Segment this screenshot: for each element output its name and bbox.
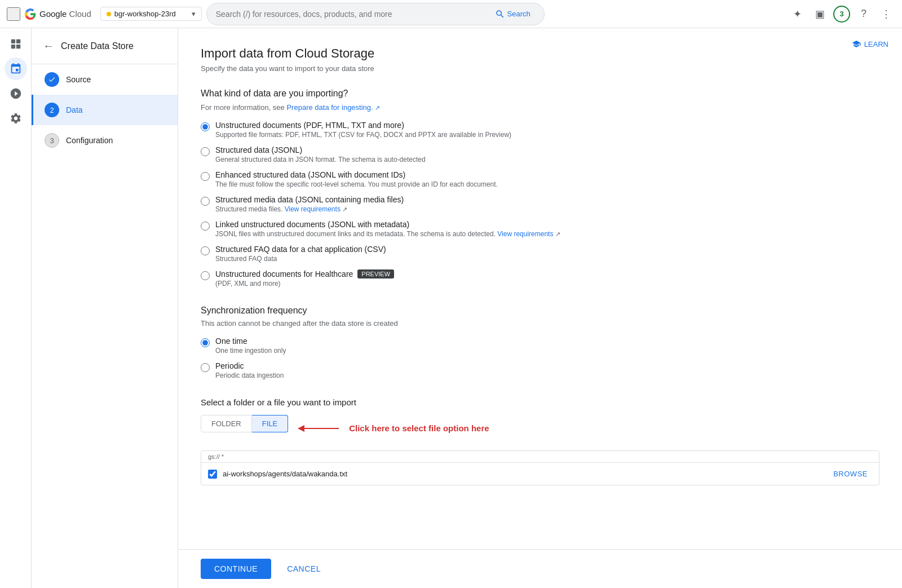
folder-file-section: Select a folder or a file you want to im… — [201, 397, 879, 485]
help-icon-button[interactable]: ? — [855, 5, 873, 23]
menu-button[interactable] — [7, 7, 20, 21]
topbar-right-actions: ✦ ▣ 3 ? ⋮ — [788, 5, 895, 23]
radio-healthcare-desc: (PDF, XML and more) — [215, 280, 394, 288]
file-input-row: ai-workshops/agents/data/wakanda.txt BRO… — [201, 463, 879, 485]
radio-enhanced: Enhanced structured data (JSONL with doc… — [201, 170, 879, 188]
import-subtitle: Specify the data you want to import to y… — [201, 64, 879, 73]
radio-onetime-desc: One time ingestion only — [215, 347, 286, 355]
radio-periodic-label[interactable]: Periodic — [215, 361, 284, 370]
search-bar: Search — [206, 3, 545, 25]
radio-structured: Structured data (JSONL) General structur… — [201, 145, 879, 163]
learn-button[interactable]: LEARN — [852, 39, 888, 48]
step-configuration[interactable]: 3 Configuration — [32, 125, 178, 156]
steps-sidebar: ← Create Data Store Source 2 Data 3 Conf… — [32, 28, 178, 588]
step-data-label: Data — [66, 105, 83, 114]
learn-icon — [852, 39, 861, 48]
linked-requirements-link[interactable]: View requirements — [497, 230, 553, 238]
project-dot — [107, 12, 111, 16]
google-logo-icon — [25, 8, 36, 20]
radio-structured-desc: General structured data in JSON format. … — [215, 156, 426, 163]
select-title: Select a folder or a file you want to im… — [201, 397, 879, 407]
radio-media-input[interactable] — [201, 197, 210, 206]
radio-linked-label[interactable]: Linked unstructured documents (JSONL wit… — [215, 220, 560, 229]
search-label: Search — [507, 10, 530, 18]
radio-healthcare-input[interactable] — [201, 271, 210, 280]
radio-enhanced-input[interactable] — [201, 172, 210, 181]
file-tab[interactable]: FILE — [252, 415, 288, 432]
data-kind-title: What kind of data are you importing? — [201, 89, 879, 99]
file-checkbox[interactable] — [208, 470, 217, 479]
step-source-label: Source — [66, 75, 91, 84]
more-options-button[interactable]: ⋮ — [877, 5, 895, 23]
radio-periodic: Periodic Periodic data ingestion — [201, 361, 879, 379]
search-input[interactable] — [216, 10, 486, 19]
radio-unstructured-input[interactable] — [201, 122, 210, 131]
radio-media-label[interactable]: Structured media data (JSONL containing … — [215, 195, 404, 204]
radio-structured-input[interactable] — [201, 147, 210, 156]
radio-healthcare: Unstructured documents for Healthcare PR… — [201, 269, 879, 288]
sync-radio-group: One time One time ingestion only Periodi… — [201, 337, 879, 379]
radio-media: Structured media data (JSONL containing … — [201, 195, 879, 213]
cancel-button[interactable]: CANCEL — [278, 559, 330, 579]
radio-periodic-desc: Periodic data ingestion — [215, 372, 284, 379]
radio-periodic-input[interactable] — [201, 363, 210, 372]
main-layout: ← Create Data Store Source 2 Data 3 Conf… — [0, 28, 902, 588]
tab-annotation-row: FOLDER FILE Click here to select file op… — [201, 415, 879, 441]
file-input-label: gs:// * — [201, 451, 879, 463]
radio-onetime-label[interactable]: One time — [215, 337, 286, 346]
search-button[interactable]: Search — [490, 7, 535, 21]
sidebar-icon-agents[interactable] — [5, 82, 27, 105]
learn-label: LEARN — [864, 40, 888, 48]
bottom-actions: CONTINUE CANCEL — [178, 549, 902, 588]
external-link-icon: ↗ — [375, 104, 380, 111]
radio-structured-label[interactable]: Structured data (JSONL) — [215, 145, 426, 154]
annotation-text: Click here to select file option here — [349, 423, 489, 433]
search-icon — [495, 9, 505, 19]
sync-title: Synchronization frequency — [201, 306, 879, 316]
tab-group: FOLDER FILE — [201, 415, 288, 432]
annotation-arrow — [299, 420, 344, 437]
user-avatar[interactable]: 3 — [833, 6, 850, 23]
radio-onetime-input[interactable] — [201, 338, 210, 347]
radio-healthcare-label[interactable]: Unstructured documents for Healthcare PR… — [215, 269, 394, 278]
continue-button[interactable]: CONTINUE — [201, 559, 271, 579]
radio-faq-input[interactable] — [201, 246, 210, 255]
radio-linked-desc: JSONL files with unstructured document l… — [215, 230, 560, 238]
chevron-down-icon: ▾ — [192, 10, 196, 18]
terminal-icon-button[interactable]: ▣ — [811, 5, 829, 23]
star-icon-button[interactable]: ✦ — [788, 5, 806, 23]
radio-linked-input[interactable] — [201, 222, 210, 231]
radio-unstructured-label[interactable]: Unstructured documents (PDF, HTML, TXT a… — [215, 121, 511, 130]
radio-linked: Linked unstructured documents (JSONL wit… — [201, 220, 879, 238]
main-content: LEARN Import data from Cloud Storage Spe… — [178, 28, 902, 588]
step-config-label: Configuration — [66, 136, 113, 145]
step-source-circle — [45, 72, 59, 87]
prepare-data-link[interactable]: Prepare data for ingesting. — [286, 103, 373, 112]
step-data[interactable]: 2 Data — [32, 95, 178, 125]
page-header: ← Create Data Store — [32, 28, 178, 64]
preview-badge: PREVIEW — [357, 269, 394, 278]
sidebar-icon-grid[interactable] — [5, 33, 27, 55]
import-title: Import data from Cloud Storage — [201, 46, 879, 61]
logo-text: Google Cloud — [39, 9, 91, 19]
file-input-wrapper: gs:// * ai-workshops/agents/data/wakanda… — [201, 450, 879, 485]
radio-faq: Structured FAQ data for a chat applicati… — [201, 245, 879, 263]
project-selector[interactable]: bgr-workshop-23rd ▾ — [100, 7, 202, 21]
sync-subtitle: This action cannot be changed after the … — [201, 319, 879, 328]
radio-faq-desc: Structured FAQ data — [215, 255, 386, 263]
sidebar-icon-settings[interactable] — [5, 107, 27, 130]
project-name: bgr-workshop-23rd — [114, 10, 176, 18]
radio-unstructured-desc: Supported file formats: PDF, HTML, TXT (… — [215, 131, 511, 139]
radio-faq-label[interactable]: Structured FAQ data for a chat applicati… — [215, 245, 386, 254]
step-source[interactable]: Source — [32, 64, 178, 95]
file-path: ai-workshops/agents/data/wakanda.txt — [223, 470, 823, 478]
data-kind-radio-group: Unstructured documents (PDF, HTML, TXT a… — [201, 121, 879, 288]
back-button[interactable]: ← — [41, 37, 56, 55]
sidebar-icon-datastore[interactable] — [5, 58, 27, 80]
topbar: Google Cloud bgr-workshop-23rd ▾ Search … — [0, 0, 902, 28]
radio-unstructured: Unstructured documents (PDF, HTML, TXT a… — [201, 121, 879, 139]
radio-enhanced-label[interactable]: Enhanced structured data (JSONL with doc… — [215, 170, 498, 179]
folder-tab[interactable]: FOLDER — [201, 415, 252, 432]
media-requirements-link[interactable]: View requirements — [285, 205, 341, 213]
browse-button[interactable]: BROWSE — [829, 467, 872, 480]
